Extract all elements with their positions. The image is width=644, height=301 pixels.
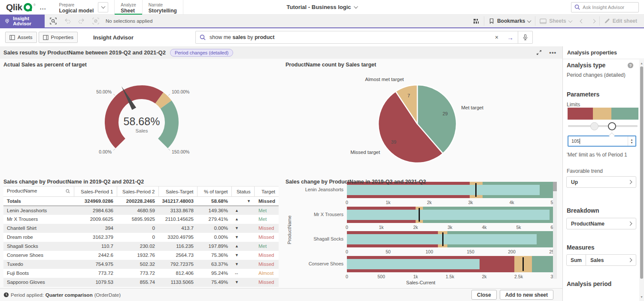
table-row[interactable]: Shagall Socks110.7230.02116.235197.89%▲M… (3, 242, 279, 251)
value-cell: 413.7 (158, 224, 197, 233)
tab-narrate[interactable]: Narrate Storytelling (143, 0, 183, 15)
limit-zone-missed (568, 108, 593, 120)
table-totals-row[interactable]: Totals324969.0286200228.2465341217.48003… (3, 197, 279, 206)
stepper-buttons[interactable]: ▲▼ (628, 136, 635, 146)
step-forward-button (76, 16, 87, 26)
step-up-icon[interactable]: ▲ (630, 138, 633, 141)
tab-label: Logical model (59, 8, 94, 14)
assets-label: Assets (18, 35, 33, 40)
bullet-value-bar[interactable] (347, 185, 540, 195)
table-row[interactable]: Fuji Boots773.72773.72812.40695.24%--Alm… (3, 269, 279, 278)
column-search-icon[interactable] (65, 189, 70, 195)
status-cell: ▲ (231, 242, 254, 251)
app-title-menu[interactable]: Tutorial - Business logic (286, 4, 357, 10)
table-row[interactable]: Chantell Shirt3940413.70.00%▼Missed (3, 224, 279, 233)
column-header[interactable]: Sales-Period 2 (117, 187, 158, 197)
period-label: Period applied: (11, 292, 44, 298)
axis-tick-label: 5k (516, 225, 521, 230)
column-header[interactable]: Sales-Target (158, 187, 197, 197)
axis-tick-label: 2k (427, 200, 431, 205)
bookmarks-button[interactable]: Bookmarks (484, 15, 535, 27)
measure-field-button[interactable]: Sales (586, 254, 636, 266)
value-cell: 58.68% (197, 197, 231, 206)
analysis-type-badge: Period changes (detailed) (170, 49, 233, 57)
table-row[interactable]: Lenin Jeansshorts2984.6364680.593133.867… (3, 206, 279, 215)
submit-query-icon[interactable]: → (503, 34, 518, 41)
undo-icon (64, 17, 71, 25)
column-header[interactable]: Sales-Period 1 (74, 187, 117, 197)
favorable-trend-button[interactable]: Up (566, 176, 636, 188)
chart-scrollbar[interactable] (553, 182, 557, 279)
axis-tick-label: 50 (386, 249, 391, 254)
gauge-measure-label: Sales (136, 128, 148, 133)
step-down-icon[interactable]: ▼ (630, 141, 633, 144)
pie-chart-title: ProductName count by Sales target (286, 62, 376, 68)
add-to-new-sheet-button[interactable]: Add to new sheet (500, 290, 553, 300)
help-icon[interactable]: ? (627, 62, 634, 69)
selections-search-button[interactable] (48, 16, 59, 26)
assets-button[interactable]: Assets (5, 32, 37, 43)
table-row[interactable]: Dream robe3162.37903320.497950.00%▼Misse… (3, 233, 279, 242)
limits-slider-track[interactable] (568, 125, 638, 127)
period-applied-text: Period applied: Quarter comparison (Orde… (3, 292, 121, 298)
panel-scrollbar[interactable]: ▲ ▼ (639, 60, 644, 301)
sheets-button: Sheets (535, 15, 576, 27)
expand-icon[interactable] (536, 49, 542, 56)
gauge-segment (159, 98, 166, 104)
query-term: product (255, 34, 275, 40)
properties-button[interactable]: Properties (39, 32, 78, 43)
prepare-dropdown-button[interactable] (98, 2, 108, 12)
table-row[interactable]: Tuxedo754.975502.32792.7237563.37%▼Misse… (3, 260, 279, 269)
close-button[interactable]: Close (471, 290, 497, 300)
global-search-box[interactable] (571, 2, 639, 12)
chart-menu-icon[interactable]: ••• (549, 49, 556, 56)
table-row[interactable]: Conserve Shoes2442.61932.762564.7375.36%… (3, 251, 279, 260)
column-header[interactable]: ProductName (3, 187, 74, 197)
table-row[interactable]: Mr X Trousers2009.66255895.99252110.1456… (3, 215, 279, 224)
svg-text:?: ? (629, 63, 632, 68)
column-header[interactable]: Target (254, 187, 279, 197)
measure-aggregation-button[interactable]: Sum (566, 254, 586, 266)
chevron-down-icon (354, 4, 358, 9)
query-prefix: show me (210, 34, 233, 40)
bullet-value-bar[interactable] (347, 210, 550, 220)
tab-prepare[interactable]: Prepare Logical model (53, 0, 115, 15)
tab-analyze[interactable]: Analyze Sheet (115, 0, 142, 15)
period-field: (OrderDate) (94, 292, 121, 298)
voice-input-button[interactable] (518, 34, 532, 41)
app-objects-button[interactable] (468, 15, 484, 27)
divider (183, 0, 183, 15)
column-header[interactable]: Status (231, 187, 254, 197)
bullet-target-marker (442, 232, 444, 246)
global-search-input[interactable] (583, 5, 633, 10)
limits-slider-handle-high[interactable] (608, 122, 616, 130)
product-name-cell: Chantell Shirt (3, 224, 74, 233)
axis-tick-label: 1.5k (446, 274, 454, 279)
axis-tick-label: 0 (346, 249, 348, 254)
limits-slider-handle-low[interactable] (590, 122, 598, 130)
scroll-up-icon[interactable]: ▲ (639, 60, 644, 66)
qlik-logo[interactable]: Qlik ® (6, 2, 36, 12)
clear-query-icon[interactable]: × (491, 34, 503, 41)
selections-search-icon (49, 17, 57, 25)
insight-advisor-button[interactable]: Insight Advisor (0, 15, 45, 27)
breakdown-button[interactable]: ProductName (566, 218, 636, 229)
table-row[interactable]: Sapporoo Gloves1079.53855.741133.506575.… (3, 278, 279, 287)
axis-tick-label: 2.5k (514, 274, 523, 279)
scrollbar-thumb[interactable] (553, 182, 557, 191)
bullet-chart-title: Sales change by ProductName in 2019-Q2 a… (286, 179, 426, 185)
clear-selections-icon (92, 17, 100, 25)
scrollbar-thumb[interactable] (640, 66, 643, 279)
advisor-query-box[interactable]: show me sales by product × → (195, 31, 533, 44)
chevron-right-icon (628, 258, 632, 262)
more-menu-icon[interactable]: ... (40, 4, 46, 11)
column-header[interactable]: % of target (197, 187, 231, 197)
kpi-table: ProductNameSales-Period 1Sales-Period 2S… (3, 186, 279, 287)
bullet-value-bar[interactable] (347, 259, 480, 269)
status-cell: ▲ (231, 206, 254, 215)
scroll-down-icon[interactable]: ▼ (639, 294, 644, 299)
product-name-cell: Sapporoo Gloves (3, 278, 74, 287)
analysis-type-label: Analysis type (567, 62, 605, 69)
axis-tick-label: 3k (468, 200, 473, 205)
met-limit-input[interactable]: 105 ▲▼ (568, 135, 636, 147)
